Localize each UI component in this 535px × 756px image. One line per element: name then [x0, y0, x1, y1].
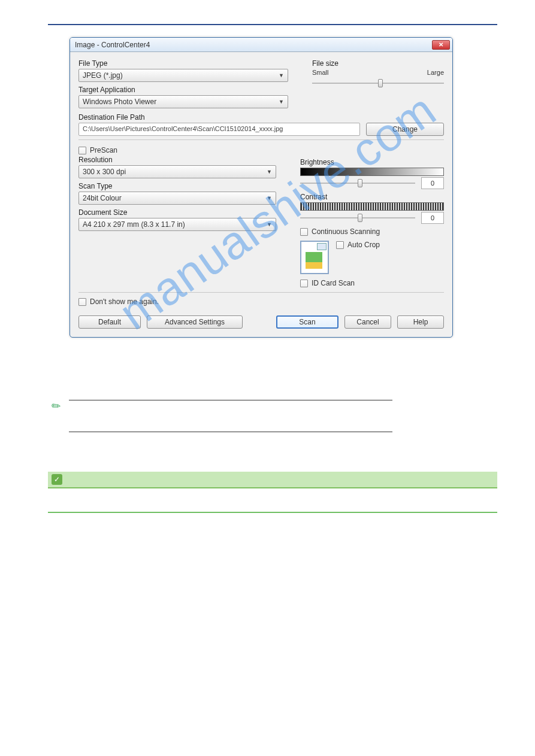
scan-button[interactable]: Scan	[276, 315, 338, 329]
file-size-slider[interactable]	[312, 77, 444, 89]
help-button-label: Help	[413, 318, 428, 326]
advanced-settings-label: Advanced Settings	[165, 318, 225, 326]
divider	[78, 139, 444, 140]
resolution-dropdown[interactable]: 300 x 300 dpi	[78, 165, 276, 178]
auto-crop-label: Auto Crop	[347, 241, 380, 249]
brightness-label: Brightness	[300, 158, 444, 166]
dest-path-label: Destination File Path	[78, 113, 444, 122]
close-icon[interactable]: ✕	[432, 40, 450, 50]
cancel-button-label: Cancel	[356, 318, 379, 326]
change-button-label: Change	[392, 125, 418, 133]
file-size-small: Small	[312, 69, 329, 76]
target-app-label: Target Application	[78, 86, 288, 94]
target-app-dropdown[interactable]: Windows Photo Viewer	[78, 95, 288, 108]
brightness-slider[interactable]: 0	[300, 177, 444, 189]
note-block	[69, 398, 392, 434]
contrast-label: Contrast	[300, 193, 444, 201]
scan-button-label: Scan	[299, 318, 315, 326]
prescan-label: PreScan	[90, 146, 117, 154]
checkmark-icon: ✓	[52, 474, 62, 485]
dont-show-checkbox[interactable]: Don't show me again.	[78, 297, 444, 306]
dest-path-field[interactable]: C:\Users\User\Pictures\ControlCenter4\Sc…	[78, 123, 360, 136]
button-bar: Default Advanced Settings Scan Cancel He…	[70, 309, 452, 337]
advanced-settings-button[interactable]: Advanced Settings	[147, 315, 243, 329]
dest-path-value: C:\Users\User\Pictures\ControlCenter4\Sc…	[83, 125, 283, 132]
docsize-value: A4 210 x 297 mm (8.3 x 11.7 in)	[83, 220, 185, 229]
titlebar: Image - ControlCenter4 ✕	[70, 38, 452, 52]
tip-bar: ✓	[48, 472, 497, 488]
dialog-image-controlcenter: Image - ControlCenter4 ✕ File Type JPEG …	[69, 37, 453, 338]
scantype-label: Scan Type	[78, 182, 276, 190]
contrast-slider[interactable]: 0	[300, 212, 444, 224]
continuous-scanning-label: Continuous Scanning	[312, 227, 380, 236]
help-button[interactable]: Help	[397, 315, 444, 329]
scantype-value: 24bit Colour	[83, 194, 122, 202]
cancel-button[interactable]: Cancel	[344, 315, 391, 329]
file-type-dropdown[interactable]: JPEG (*.jpg)	[78, 69, 288, 82]
brightness-gradient	[300, 168, 444, 176]
green-rule	[48, 512, 497, 513]
resolution-label: Resolution	[78, 156, 276, 164]
resolution-value: 300 x 300 dpi	[83, 168, 126, 176]
target-app-value: Windows Photo Viewer	[83, 98, 156, 106]
default-button[interactable]: Default	[78, 315, 141, 329]
file-size-label: File size	[312, 59, 444, 68]
contrast-hatch	[300, 202, 444, 211]
default-button-label: Default	[98, 318, 121, 326]
contrast-value[interactable]: 0	[421, 212, 444, 224]
auto-crop-checkbox[interactable]: Auto Crop	[336, 241, 380, 249]
preview-thumbnail-icon	[300, 241, 329, 274]
docsize-label: Document Size	[78, 208, 276, 217]
file-type-label: File Type	[78, 59, 288, 68]
window-title: Image - ControlCenter4	[75, 41, 150, 49]
divider	[78, 292, 444, 293]
change-button[interactable]: Change	[366, 123, 444, 136]
page-top-rule	[48, 24, 497, 25]
file-size-large: Large	[427, 69, 444, 76]
docsize-dropdown[interactable]: A4 210 x 297 mm (8.3 x 11.7 in)	[78, 218, 276, 231]
dont-show-label: Don't show me again.	[90, 297, 159, 306]
id-card-scan-checkbox[interactable]: ID Card Scan	[300, 279, 444, 287]
id-card-scan-label: ID Card Scan	[312, 279, 355, 287]
note-line-1	[69, 402, 392, 430]
continuous-scanning-checkbox[interactable]: Continuous Scanning	[300, 227, 444, 236]
pencil-icon: ✎	[49, 399, 64, 414]
brightness-value[interactable]: 0	[421, 177, 444, 189]
scantype-dropdown[interactable]: 24bit Colour	[78, 192, 276, 205]
prescan-checkbox[interactable]: PreScan	[78, 146, 276, 154]
file-type-value: JPEG (*.jpg)	[83, 71, 123, 80]
